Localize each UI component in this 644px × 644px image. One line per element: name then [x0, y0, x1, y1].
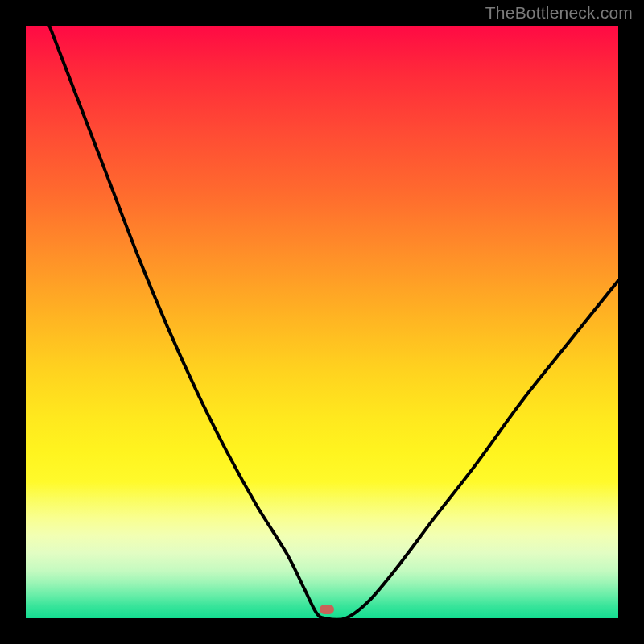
watermark-text: TheBottleneck.com	[485, 3, 633, 23]
chart-frame: TheBottleneck.com	[0, 0, 644, 644]
optimal-point-marker	[320, 605, 334, 614]
bottleneck-curve	[26, 26, 618, 618]
curve-path	[49, 26, 618, 618]
plot-area	[26, 26, 618, 618]
